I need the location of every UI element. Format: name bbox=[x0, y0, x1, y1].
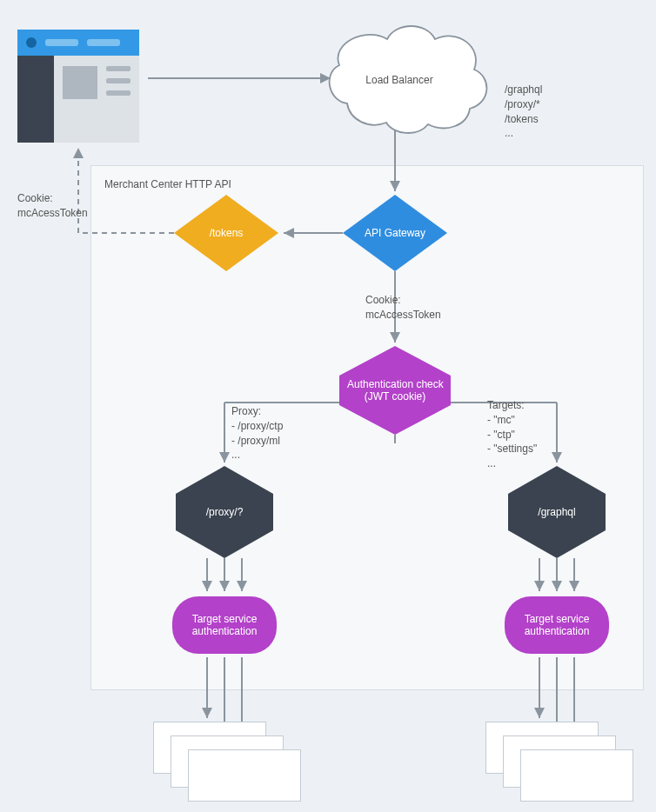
graphql-hex-label: /graphql bbox=[509, 506, 605, 518]
proxy-hex-label: /proxy/? bbox=[177, 506, 272, 518]
tokens-diamond-label: /tokens bbox=[183, 227, 270, 239]
graphql-auth-pill: Target service authentication bbox=[505, 596, 609, 654]
browser-sidebar bbox=[17, 56, 54, 143]
targets-note: Targets: - "mc" - "ctp" - "settings" ... bbox=[487, 398, 537, 471]
proxy-pill-text: Target service authentication bbox=[192, 613, 258, 637]
browser-urlbar bbox=[87, 39, 120, 46]
browser-cookie-label: Cookie: mcAcessToken bbox=[17, 191, 88, 221]
browser-titlebar bbox=[17, 30, 139, 56]
browser-dot bbox=[26, 37, 37, 48]
browser-window bbox=[17, 30, 139, 143]
auth-hex-label: Authentication check (JWT cookie) bbox=[347, 378, 443, 403]
gateway-diamond-label: API Gateway bbox=[351, 227, 438, 239]
browser-text-line bbox=[106, 78, 131, 83]
proxy-note: Proxy: - /proxy/ctp - /proxy/ml ... bbox=[231, 404, 283, 463]
service-box bbox=[520, 749, 633, 802]
browser-text-line bbox=[106, 90, 131, 96]
load-balancer-label: Load Balancer bbox=[360, 73, 438, 88]
container-title: Merchant Center HTTP API bbox=[104, 177, 231, 192]
endpoints-list: /graphql /proxy/* /tokens ... bbox=[505, 83, 542, 141]
browser-urlbar bbox=[45, 39, 78, 46]
service-box bbox=[188, 749, 301, 802]
cookie-mid-label: Cookie: mcAccessToken bbox=[365, 293, 441, 323]
browser-text-line bbox=[106, 66, 131, 71]
graphql-pill-text: Target service authentication bbox=[525, 613, 590, 637]
proxy-auth-pill: Target service authentication bbox=[172, 596, 277, 654]
browser-content bbox=[54, 56, 139, 143]
browser-thumbnail bbox=[63, 66, 97, 99]
